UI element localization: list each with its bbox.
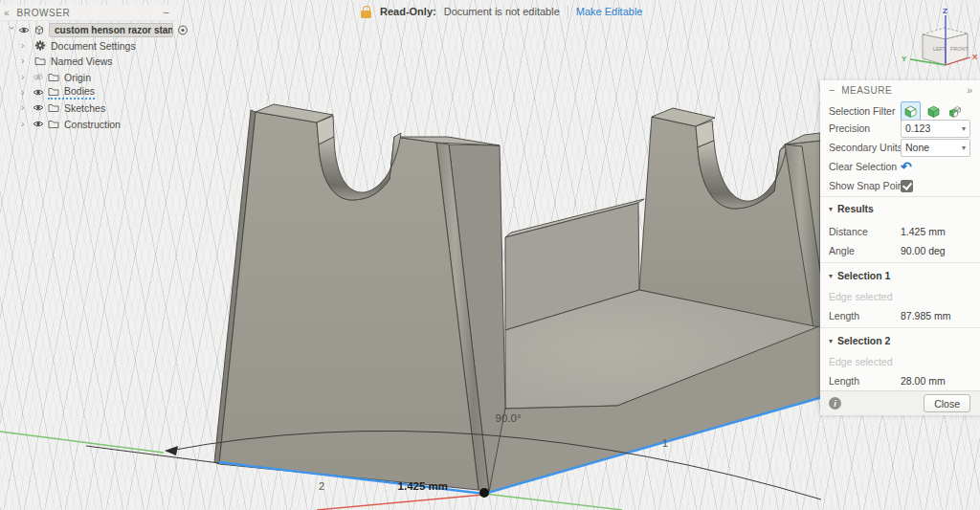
selection2-length-row: Length 28.00 mm: [820, 371, 980, 390]
show-snap-points-label: Show Snap Points: [829, 180, 911, 191]
left-wall-front-face[interactable]: [219, 112, 479, 490]
selection1-status-row: Edge selected: [820, 287, 980, 306]
clear-selection-row: Clear Selection ↶: [820, 157, 980, 176]
tree-item-label: Origin: [64, 72, 91, 83]
chevron-right-icon[interactable]: ›: [21, 87, 29, 98]
caret-down-icon: ▾: [962, 124, 966, 133]
filter-component-icon[interactable]: [924, 102, 943, 121]
browser-row-document[interactable]: › custom henson razor stand v...: [8, 23, 189, 37]
expand-panel-icon[interactable]: »: [967, 84, 972, 96]
close-button[interactable]: Close: [924, 394, 970, 412]
browser-row-bodies[interactable]: › Bodies: [21, 85, 95, 100]
folder-icon: [48, 102, 59, 113]
tree-item-label: Named Views: [51, 55, 113, 67]
precision-label: Precision: [829, 122, 870, 134]
tree-item-label: Sketches: [64, 102, 105, 114]
viewcube-left-label: LEFT: [933, 46, 947, 52]
browser-row-origin[interactable]: › Origin: [21, 70, 91, 84]
precision-row: Precision 0.123 ▾: [820, 119, 980, 138]
selection-filter-label: Selection Filter: [829, 105, 895, 117]
measure-header[interactable]: − MEASURE »: [820, 80, 980, 100]
folder-icon: [48, 119, 59, 129]
selection1-length-label: Length: [829, 310, 859, 322]
gear-icon: [34, 40, 46, 51]
eye-icon[interactable]: [33, 119, 44, 129]
selection1-header-row[interactable]: ▾ Selection 1: [820, 266, 980, 285]
eye-icon[interactable]: [33, 102, 44, 113]
folder-icon: [48, 72, 59, 82]
viewcube-y-label: Y: [902, 55, 907, 63]
divider: [820, 327, 980, 328]
eye-icon[interactable]: [33, 87, 44, 98]
selection2-status-row: Edge selected: [820, 352, 980, 371]
arc-arrowhead: [165, 446, 178, 455]
divider: [820, 196, 980, 197]
make-editable-link[interactable]: Make Editable: [576, 6, 643, 17]
section-caret-icon: ▾: [829, 337, 833, 345]
section-caret-icon: ▾: [829, 205, 833, 213]
angle-annotation: 90.0°: [496, 412, 522, 424]
filter-mixed-icon[interactable]: [947, 102, 965, 121]
activate-radio-icon[interactable]: [177, 25, 189, 35]
measure-panel: − MEASURE » Selection Filter: [820, 80, 980, 414]
selection1-header: Selection 1: [837, 270, 890, 281]
undo-icon[interactable]: ↶: [901, 160, 912, 173]
tree-item-label: Bodies: [64, 85, 95, 97]
browser-row-construction[interactable]: › Construction: [21, 117, 121, 131]
collapse-panel-icon[interactable]: «: [4, 8, 9, 18]
angle-row: Angle 90.00 deg: [820, 241, 980, 260]
browser-row-document-settings[interactable]: › Document Settings: [21, 38, 136, 53]
browser-title: BROWSER: [17, 8, 164, 18]
edge1-tag: 1: [662, 437, 668, 449]
collapse-measure-icon[interactable]: −: [829, 84, 835, 96]
chevron-right-icon[interactable]: ›: [21, 119, 29, 129]
cube-solid-icon: [926, 104, 941, 119]
chevron-right-icon[interactable]: ›: [21, 72, 29, 82]
lock-icon: [361, 6, 372, 18]
cube-split-icon: [948, 104, 963, 119]
selection1-length-value: 87.985 mm: [901, 310, 951, 322]
selection2-header-row[interactable]: ▾ Selection 2: [820, 331, 980, 350]
folder-icon: [48, 86, 59, 97]
selection2-header: Selection 2: [837, 335, 890, 346]
origin-point: [479, 488, 489, 498]
readonly-message: Document is not editable: [444, 6, 560, 17]
razor-stand-body[interactable]: [214, 104, 833, 494]
angle-label: Angle: [829, 245, 855, 256]
browser-row-named-views[interactable]: › Named Views: [21, 54, 113, 68]
secondary-units-select[interactable]: None ▾: [901, 139, 970, 157]
readonly-banner: Read-Only: Document is not editable Make…: [361, 3, 642, 20]
secondary-units-label: Secondary Units: [829, 142, 902, 153]
precision-select[interactable]: 0.123 ▾: [901, 120, 970, 138]
view-cube[interactable]: Z Y X LEFT FRONT: [902, 7, 978, 65]
browser-header[interactable]: « BROWSER −: [0, 5, 177, 21]
eye-hidden-icon[interactable]: [33, 72, 44, 82]
info-icon[interactable]: i: [829, 397, 841, 410]
component-icon: [33, 25, 45, 35]
browser-row-sketches[interactable]: › Sketches: [21, 100, 105, 115]
chevron-right-icon[interactable]: ›: [21, 102, 29, 113]
minimize-browser-icon[interactable]: −: [164, 7, 169, 18]
eye-icon[interactable]: [18, 25, 30, 35]
tree-item-label: Document Settings: [51, 40, 136, 52]
results-header-row[interactable]: ▾ Results: [820, 199, 980, 218]
chevron-right-icon[interactable]: ›: [21, 40, 29, 51]
show-snap-points-checkbox[interactable]: [901, 180, 913, 192]
caret-down-icon: ▾: [962, 144, 966, 152]
banner-divider: [568, 6, 568, 18]
document-name[interactable]: custom henson razor stand v...: [49, 23, 173, 37]
selection2-status: Edge selected: [829, 356, 893, 367]
show-snap-points-row: Show Snap Points: [820, 176, 980, 195]
clear-selection-label: Clear Selection: [829, 161, 897, 172]
readonly-label: Read-Only:: [380, 6, 436, 17]
selection2-length-value: 28.00 mm: [901, 375, 946, 387]
chevron-right-icon[interactable]: ›: [21, 55, 29, 66]
measure-footer: i Close: [820, 390, 980, 415]
edge2-tag: 2: [319, 480, 324, 492]
chevron-down-icon[interactable]: ›: [7, 27, 17, 34]
cube-outline-icon: [903, 104, 918, 119]
selection2-length-label: Length: [829, 375, 859, 387]
viewcube-z-label: Z: [943, 7, 947, 15]
tree-item-label: Construction: [64, 119, 121, 130]
distance-row: Distance 1.425 mm: [820, 222, 980, 241]
